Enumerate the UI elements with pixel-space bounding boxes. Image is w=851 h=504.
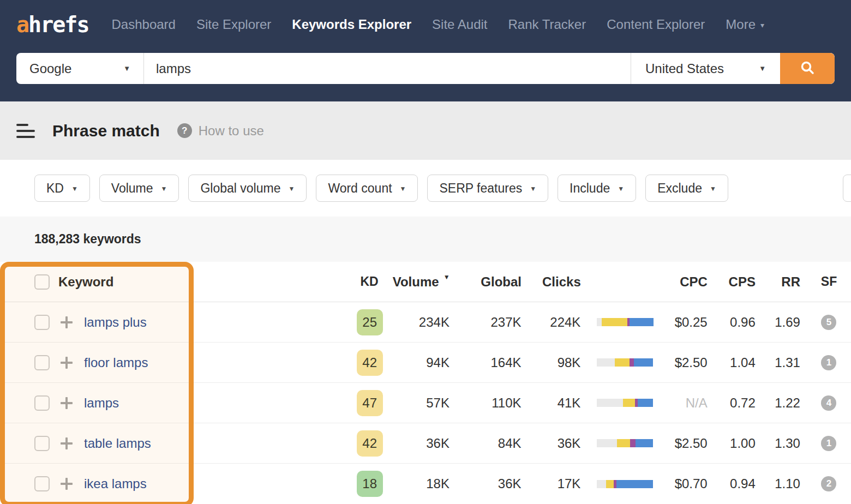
how-to-use-label: How to use bbox=[199, 123, 264, 139]
table-row: table lamps 42 36K 84K 36K $2.50 1.00 1.… bbox=[0, 423, 851, 464]
filter-button-partial[interactable] bbox=[843, 175, 851, 202]
column-header-kd[interactable]: KD bbox=[345, 274, 394, 289]
global-volume-value: 164K bbox=[456, 355, 528, 370]
kd-badge: 18 bbox=[357, 471, 383, 497]
kd-badge: 47 bbox=[357, 390, 383, 416]
row-checkbox[interactable] bbox=[34, 476, 50, 491]
filter-button-serp-features[interactable]: SERP features▼ bbox=[427, 175, 548, 202]
keyword-link[interactable]: ikea lamps bbox=[84, 476, 147, 491]
chevron-down-icon: ▼ bbox=[400, 185, 406, 193]
rr-value: 1.22 bbox=[762, 395, 807, 411]
country-value: United States bbox=[645, 61, 724, 76]
nav-item-rank-tracker[interactable]: Rank Tracker bbox=[508, 17, 586, 32]
add-to-list-icon[interactable] bbox=[58, 314, 75, 331]
rr-value: 1.69 bbox=[762, 315, 807, 330]
column-header-cps[interactable]: CPS bbox=[714, 274, 762, 290]
serp-features-count-badge[interactable]: 1 bbox=[821, 355, 836, 370]
column-header-sf[interactable]: SF bbox=[807, 274, 851, 289]
clicks-value: 98K bbox=[528, 355, 588, 370]
search-band: Google ▼ United States ▼ bbox=[0, 49, 851, 101]
nav-item-more[interactable]: More▾ bbox=[726, 17, 764, 32]
rr-value: 1.31 bbox=[762, 355, 807, 370]
add-to-list-icon[interactable] bbox=[58, 355, 75, 371]
sidebar-toggle-icon[interactable] bbox=[16, 124, 35, 138]
nav-item-dashboard[interactable]: Dashboard bbox=[112, 17, 176, 32]
column-header-keyword[interactable]: Keyword bbox=[58, 274, 113, 290]
clicks-value: 17K bbox=[528, 476, 588, 491]
rr-value: 1.10 bbox=[762, 476, 807, 491]
search-engine-select[interactable]: Google ▼ bbox=[16, 53, 144, 84]
column-header-global[interactable]: Global bbox=[457, 274, 528, 290]
cpc-value: $2.50 bbox=[663, 355, 714, 370]
cps-value: 0.96 bbox=[714, 315, 762, 330]
clicks-distribution-bar bbox=[597, 358, 654, 367]
nav-item-content-explorer[interactable]: Content Explorer bbox=[607, 17, 705, 32]
kd-badge: 42 bbox=[357, 430, 383, 457]
add-to-list-icon[interactable] bbox=[58, 476, 75, 492]
column-header-rr[interactable]: RR bbox=[762, 274, 807, 290]
clicks-distribution-bar bbox=[597, 399, 654, 407]
column-header-clicks[interactable]: Clicks bbox=[528, 274, 588, 290]
chevron-down-icon: ▼ bbox=[71, 185, 78, 193]
filter-button-word-count[interactable]: Word count▼ bbox=[316, 175, 418, 202]
chevron-down-icon: ▾ bbox=[760, 21, 764, 29]
cpc-value: $0.70 bbox=[663, 476, 714, 491]
nav-items: DashboardSite ExplorerKeywords ExplorerS… bbox=[112, 17, 765, 32]
table-row: ikea lamps 18 18K 36K 17K $0.70 0.94 1.1… bbox=[0, 464, 851, 504]
volume-value: 36K bbox=[394, 436, 456, 451]
sort-descending-icon: ▼ bbox=[444, 273, 450, 289]
kd-badge: 42 bbox=[357, 350, 383, 376]
row-checkbox[interactable] bbox=[34, 395, 50, 411]
nav-item-site-audit[interactable]: Site Audit bbox=[432, 17, 487, 32]
filter-button-include[interactable]: Include▼ bbox=[558, 175, 636, 202]
select-all-checkbox[interactable] bbox=[34, 274, 50, 290]
filter-button-exclude[interactable]: Exclude▼ bbox=[645, 175, 728, 202]
how-to-use-link[interactable]: ? How to use bbox=[177, 123, 264, 139]
chevron-down-icon: ▼ bbox=[288, 185, 295, 193]
keyword-link[interactable]: lamps plus bbox=[84, 315, 147, 330]
keyword-link[interactable]: lamps bbox=[84, 395, 119, 411]
global-volume-value: 237K bbox=[456, 315, 528, 330]
chevron-down-icon: ▼ bbox=[123, 64, 130, 73]
serp-features-count-badge[interactable]: 4 bbox=[821, 395, 836, 411]
volume-value: 57K bbox=[394, 395, 456, 411]
nav-item-keywords-explorer[interactable]: Keywords Explorer bbox=[292, 17, 411, 32]
chevron-down-icon: ▼ bbox=[618, 185, 624, 193]
row-checkbox[interactable] bbox=[34, 355, 50, 370]
global-volume-value: 110K bbox=[456, 395, 528, 411]
cps-value: 1.00 bbox=[714, 436, 762, 451]
top-navigation: ahrefs DashboardSite ExplorerKeywords Ex… bbox=[0, 0, 851, 49]
search-button[interactable] bbox=[780, 53, 835, 84]
logo-rest: hrefs bbox=[28, 12, 88, 37]
serp-features-count-badge[interactable]: 2 bbox=[821, 476, 836, 491]
filter-button-global-volume[interactable]: Global volume▼ bbox=[188, 175, 307, 202]
chevron-down-icon: ▼ bbox=[759, 64, 766, 73]
row-checkbox[interactable] bbox=[34, 315, 50, 330]
volume-value: 94K bbox=[394, 355, 456, 370]
serp-features-count-badge[interactable]: 5 bbox=[821, 315, 836, 330]
serp-features-count-badge[interactable]: 1 bbox=[821, 436, 836, 451]
keyword-link[interactable]: table lamps bbox=[84, 436, 151, 451]
table-row: floor lamps 42 94K 164K 98K $2.50 1.04 1… bbox=[0, 343, 851, 383]
clicks-distribution-bar bbox=[597, 318, 654, 326]
ahrefs-logo[interactable]: ahrefs bbox=[16, 12, 89, 37]
row-checkbox[interactable] bbox=[34, 436, 50, 451]
column-header-cpc[interactable]: CPC bbox=[663, 274, 714, 290]
chevron-down-icon: ▼ bbox=[710, 185, 716, 193]
filter-button-kd[interactable]: KD▼ bbox=[34, 175, 90, 202]
country-select[interactable]: United States ▼ bbox=[631, 53, 780, 84]
results-count-band: 188,283 keywords bbox=[0, 217, 851, 262]
global-volume-value: 36K bbox=[456, 476, 528, 491]
column-header-volume[interactable]: Volume ▼ bbox=[394, 274, 457, 290]
table-body: lamps plus 25 234K 237K 224K $0.25 0.96 … bbox=[0, 302, 851, 504]
add-to-list-icon[interactable] bbox=[58, 395, 75, 411]
add-to-list-icon[interactable] bbox=[58, 435, 75, 452]
nav-item-site-explorer[interactable]: Site Explorer bbox=[196, 17, 271, 32]
cpc-value: $0.25 bbox=[663, 315, 714, 330]
keywords-table: Keyword KD Volume ▼ Global Clicks CPC CP… bbox=[0, 262, 851, 504]
filter-button-volume[interactable]: Volume▼ bbox=[99, 175, 179, 202]
chevron-down-icon: ▼ bbox=[530, 185, 536, 193]
keyword-link[interactable]: floor lamps bbox=[84, 355, 148, 370]
chevron-down-icon: ▼ bbox=[161, 185, 167, 193]
keyword-query-input[interactable] bbox=[144, 53, 631, 84]
